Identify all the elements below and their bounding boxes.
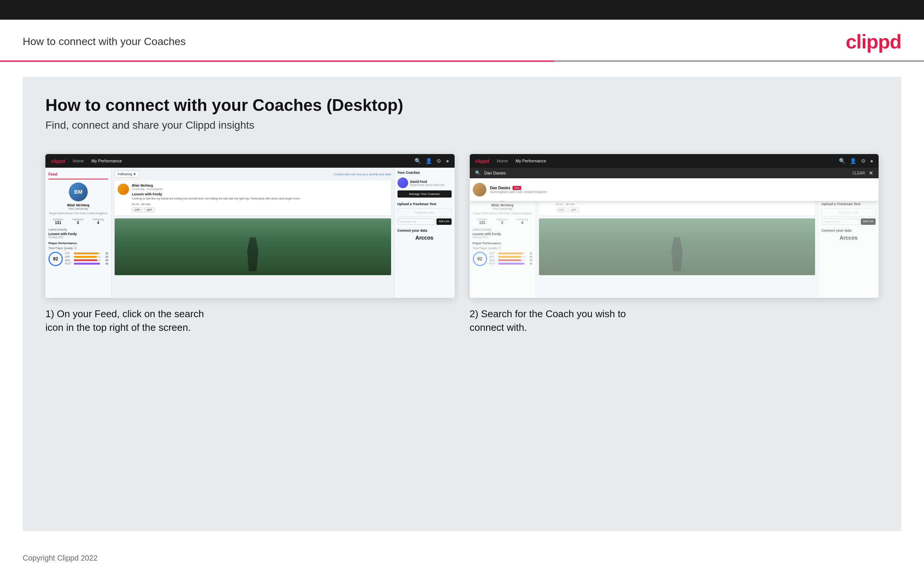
mock-logo: clippd bbox=[51, 158, 65, 164]
lesson-text: Looking to feel like my hands are exitin… bbox=[132, 197, 300, 201]
search-icon-overlay: 🔍 bbox=[475, 170, 481, 175]
circle-score-2: 92 bbox=[473, 252, 487, 266]
latest-activity-label: Latest Activity bbox=[49, 228, 108, 231]
coach-club: Royal North Devon Golf Club bbox=[410, 183, 444, 186]
screenshots-row: clippd Home My Performance 🔍 👤 ⚙ ● Feed bbox=[45, 154, 879, 334]
golfer-silhouette bbox=[243, 237, 262, 271]
lesson-btns: OTF APP bbox=[132, 208, 300, 212]
mock-nav-1: clippd Home My Performance 🔍 👤 ⚙ ● bbox=[45, 154, 455, 168]
bar-ott: OTT 90 bbox=[65, 252, 108, 255]
user-icon: 👤 bbox=[426, 158, 432, 164]
player-performance-label: Player Performance bbox=[49, 242, 108, 245]
add-link-button[interactable]: Add Link bbox=[437, 218, 451, 225]
main-subheading: Find, connect and share your Clippd insi… bbox=[45, 119, 879, 132]
page-title: How to connect with your Coaches bbox=[23, 36, 186, 48]
main-content: How to connect with your Coaches (Deskto… bbox=[23, 77, 901, 531]
lesson-card: Blair McHarg Yesterday · Sunningdale Les… bbox=[115, 180, 391, 215]
search-overlay: 🔍 Dan Davies CLEAR ✕ Dan Davies Pro bbox=[470, 168, 879, 201]
profile-club: Royal North Devon Golf Club, United King… bbox=[49, 212, 108, 215]
mock-left-panel-1: Feed BM Blair McHarg Plus Handicap Royal… bbox=[45, 168, 112, 298]
stat-activities: Activities 131 bbox=[53, 218, 63, 225]
profile-club-2: Royal North Devon Golf Club, United King… bbox=[473, 212, 532, 215]
lesson-photo bbox=[115, 218, 391, 275]
performance-bars-2: OTT 90 APP 85 ARG bbox=[489, 252, 532, 266]
main-heading: How to connect with your Coaches (Deskto… bbox=[45, 96, 879, 115]
mock-nav-2: clippd Home My Performance 🔍 👤 ⚙ ● bbox=[470, 154, 879, 168]
following-row: Following ▼ Control who can see your act… bbox=[115, 171, 391, 177]
step1-text: 1) On your Feed, click on the searchicon… bbox=[45, 307, 455, 334]
connect-data-title: Connect your data bbox=[398, 229, 451, 232]
otf-button[interactable]: OTF bbox=[132, 208, 142, 212]
search-result-item[interactable]: Dan Davies Pro Sunningdale Golf Club, Un… bbox=[473, 181, 876, 198]
profile-handicap: Plus Handicap bbox=[49, 207, 108, 211]
bar-putt: PUTT 96 bbox=[65, 262, 108, 265]
stat-following: Following 4 bbox=[93, 218, 104, 225]
feed-tab[interactable]: Feed bbox=[49, 171, 108, 179]
avatar-icon: ● bbox=[446, 158, 449, 164]
profile-handicap-2: Plus Handicap bbox=[473, 207, 532, 211]
mock-middle-panel-1: Following ▼ Control who can see your act… bbox=[112, 168, 394, 298]
lesson-title: Lesson with Fordy bbox=[132, 192, 300, 196]
profile-name: Blair McHarg bbox=[49, 203, 108, 207]
footer: Copyright Clippd 2022 bbox=[0, 546, 924, 570]
header: How to connect with your Coaches clippd bbox=[0, 19, 924, 60]
clippd-logo: clippd bbox=[846, 30, 901, 53]
clear-button[interactable]: CLEAR bbox=[853, 171, 865, 175]
trackman-link-placeholder: Trackman Link bbox=[398, 208, 451, 217]
activity-date: 03 Aug 2022 bbox=[49, 236, 108, 239]
stat-following-2: Following 4 bbox=[517, 218, 528, 225]
mock-nav-icons-2: 🔍 👤 ⚙ ● bbox=[839, 158, 873, 164]
app-button[interactable]: APP bbox=[144, 208, 155, 212]
stat-activities-2: Activities 131 bbox=[477, 218, 487, 225]
lesson-meta: Yesterday · Sunningdale bbox=[132, 187, 300, 191]
search-result-name: Dan Davies bbox=[490, 186, 511, 190]
coach-name: David Ford bbox=[410, 180, 444, 183]
screenshot-frame-2: clippd Home My Performance 🔍 👤 ⚙ ● 🔍 Dan… bbox=[470, 154, 879, 298]
your-coaches-title: Your Coaches bbox=[398, 171, 451, 174]
close-search-button[interactable]: ✕ bbox=[869, 170, 873, 176]
lesson-user-name: Blair McHarg bbox=[132, 183, 300, 187]
avatar-icon-2: ● bbox=[870, 158, 873, 164]
top-bar bbox=[0, 0, 924, 19]
stats-row: Activities 131 Followers 3 Following 4 bbox=[49, 218, 108, 225]
search-icon[interactable]: 🔍 bbox=[414, 158, 421, 164]
step2-text: 2) Search for the Coach you wish toconne… bbox=[470, 307, 879, 334]
gear-icon: ⚙ bbox=[437, 158, 442, 164]
screenshot-block-2: clippd Home My Performance 🔍 👤 ⚙ ● 🔍 Dan… bbox=[470, 154, 879, 334]
lesson-duration: 01 hr : 30 min bbox=[132, 203, 300, 206]
search-dropdown: Dan Davies Pro Sunningdale Golf Club, Un… bbox=[470, 178, 879, 201]
search-result-info: Dan Davies Pro Sunningdale Golf Club, Un… bbox=[490, 186, 547, 194]
trackman-input[interactable]: Trackman Link bbox=[398, 218, 435, 225]
quality-label: Total Player Quality ⓘ bbox=[49, 247, 108, 250]
search-bar: 🔍 Dan Davies CLEAR ✕ bbox=[470, 168, 879, 178]
latest-activity-label-2: Latest Activity bbox=[473, 228, 532, 231]
search-icon-2[interactable]: 🔍 bbox=[839, 158, 845, 164]
arccos-label: Arccos bbox=[398, 235, 451, 241]
step1-label: 1) On your Feed, click on the searchicon… bbox=[45, 307, 455, 334]
mock-body-1: Feed BM Blair McHarg Plus Handicap Royal… bbox=[45, 168, 455, 298]
activity-date-2: 03 Aug 2022 bbox=[473, 236, 532, 239]
stat-followers: Followers 3 bbox=[72, 218, 84, 225]
upload-trackman-title: Upload a Trackman Test bbox=[398, 202, 451, 206]
search-result-avatar bbox=[473, 183, 486, 196]
mock-nav-home-2: Home bbox=[497, 159, 508, 163]
performance-bars: OTT 90 APP 85 ARG bbox=[65, 252, 108, 266]
screenshot-block-1: clippd Home My Performance 🔍 👤 ⚙ ● Feed bbox=[45, 154, 455, 334]
copyright: Copyright Clippd 2022 bbox=[23, 554, 97, 562]
circle-score: 92 bbox=[49, 252, 63, 266]
search-input[interactable]: Dan Davies bbox=[484, 171, 849, 175]
mock-logo-2: clippd bbox=[475, 158, 489, 164]
control-link[interactable]: Control who can see your activity and da… bbox=[334, 173, 391, 176]
player-performance-label-2: Player Performance bbox=[473, 242, 532, 245]
quality-row-2: 92 OTT 90 APP 85 bbox=[473, 252, 532, 266]
manage-coaches-button[interactable]: Manage Your Coaches bbox=[398, 190, 451, 198]
activity-name: Lesson with Fordy bbox=[49, 232, 108, 236]
gear-icon-2: ⚙ bbox=[861, 158, 866, 164]
following-button[interactable]: Following ▼ bbox=[115, 171, 139, 177]
pro-badge: Pro bbox=[513, 186, 521, 190]
trackman-row: Trackman Link Add Link bbox=[398, 218, 451, 225]
mock-right-panel-1: Your Coaches David Ford Royal North Devo… bbox=[394, 168, 455, 298]
mock-nav-performance: My Performance bbox=[92, 159, 122, 163]
search-result-club: Sunningdale Golf Club, United Kingdom bbox=[490, 190, 547, 194]
coach-item: David Ford Royal North Devon Golf Club bbox=[398, 177, 451, 188]
